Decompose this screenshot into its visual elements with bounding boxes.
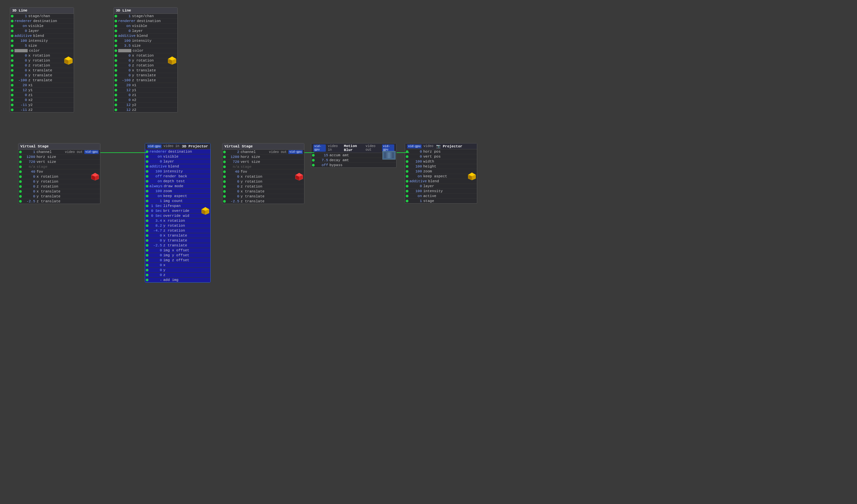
motion-blur-thumb [383,151,396,159]
row-x2-2: 0x2 [114,98,178,103]
row-xtrans-3dp: 0x translate [145,233,210,238]
row-keepaspect-3dp: onkeep aspect [145,194,210,199]
row-depthtest-3dp: ondepth test [145,179,210,184]
row-y-3dp: 0y [145,268,210,273]
row-xtrans-2: 0x translate [114,68,178,73]
row-y2-2: 12y2 [114,103,178,108]
row-xtrans-vs2: 0x translate [222,189,304,194]
row-layer-3dp: 0layer [145,159,210,164]
row-intensity-proj: 100intensity [405,189,477,194]
row-overridewid-3dp: 0 Secoverride wid [145,213,210,219]
row-brtoverride-3dp: 0 Secbrt override [145,209,210,213]
row-xtrans-vs1: 0x translate [18,189,100,194]
row-bypass-mb: offbypass [311,163,396,168]
row-xrot-vs2: 0x rotation [222,174,304,179]
row-layer-2: 0layer [114,29,178,34]
connection-vs1-3dp [100,152,147,153]
row-addimg-3dp: -add img [145,278,210,282]
row-ztrans-3dp: -2.5z translate [145,243,210,248]
row-height-proj: 100height [405,164,477,169]
node-3dline-2: 3D Line 1stage/chan rendererdestination … [114,7,178,112]
row-lifespan-3dp: 1 Seclifespan [145,204,210,209]
cube-icon-vs1 [91,172,99,181]
node-title-3dline-1: 3D Line [10,7,74,14]
row-xrot-3dp: 3.4x rotation [145,219,210,223]
row-zrot-vs2: 0z rotation [222,184,304,189]
node-title-vs1: Virtual Stage [18,143,100,150]
node-3dline-1: 3D Line 1stage/chan rendererdestination … [10,7,74,112]
row-xtrans: 0x translate [10,68,74,73]
node-virtual-stage-2: Virtual Stage 2channel video out vid-gpu… [222,143,304,204]
row-horz-vs1: 1280horz size [18,155,100,159]
node-title-proj: 📷 Projector [436,144,463,149]
row-stage-vs2: n/astage [222,164,304,170]
row-visible-3dp: onvisible [145,154,210,159]
vid-gpu-in-badge-mb: vid-gpu [313,144,326,152]
vid-gpu-out-badge-mb: vid-gpu [382,144,394,152]
node-header-3dp: vid-gpu video in 3D Projector [145,143,210,149]
row-imgyoff-3dp: 0img y offset [145,253,210,258]
row-intensity: 100intensity [10,38,74,44]
row-active-proj: onactive [405,194,477,199]
cube-icon-vs2 [295,172,303,181]
row-blend-3dp: additiveblend [145,164,210,169]
row-ytrans-3dp: 0y translate [145,238,210,243]
row-y2: -11y2 [10,103,74,108]
row-stage-proj: 1stage [405,199,477,203]
vid-gpu-badge-vs2: vid-gpu [288,150,303,154]
row-yrot-vs1: 0y rotation [18,179,100,184]
row-yrot-2: 0y rotation [114,58,178,63]
row-stage-chan-2: 1stage/chan [114,14,178,19]
row-color-2: color [114,48,178,53]
node-body-proj: 0horz pos 0vert pos 100width 100height 1… [405,149,477,203]
row-z2-2: 12z2 [114,108,178,112]
row-ytrans-vs2: 0y translate [222,194,304,199]
node-virtual-stage-1: Virtual Stage 1channel video out vid-gpu… [18,143,100,204]
row-intensity-3dp: 100intensity [145,169,210,174]
node-body-3dline-1: 1stage/chan rendererdestination onvisibl… [10,14,74,112]
video-in-label-mb: video in [328,144,341,152]
video-in-label-3dp: video in [164,144,179,148]
row-stage-chan: 1stage/chan [10,14,74,19]
row-stage-vs1: n/astage [18,164,100,170]
video-in-label-proj: video [423,144,434,148]
vid-gpu-in-badge-3dp: vid-gpu [147,144,162,149]
node-body-vs2: 2channel video out vid-gpu 1280horz size… [222,150,304,204]
node-title-vs2: Virtual Stage [222,143,304,150]
row-layer: 0layer [10,29,74,34]
row-z2: -11z2 [10,108,74,112]
node-title-3dp: 3D Projector [182,144,208,149]
row-y1: 12y1 [10,88,74,93]
row-ytrans-vs1: 0y translate [18,194,100,199]
row-z1-2: 0z1 [114,93,178,98]
node-3dprojector: vid-gpu video in 3D Projector rendererde… [145,143,211,283]
node-motion-blur: vid-gpu video in Motion Blur video out v… [311,143,397,168]
row-horz-vs2: 1280horz size [222,155,304,159]
row-x-3dp: 0x [145,263,210,268]
row-yrot-vs2: 0y rotation [222,179,304,184]
node-body-3dline-2: 1stage/chan rendererdestination onvisibl… [114,14,178,112]
row-width-proj: 100width [405,159,477,164]
row-dest-3dp: rendererdestination [145,149,210,154]
row-yrot: 0y rotation [10,58,74,63]
row-drawmode-3dp: alwaysdraw mode [145,184,210,189]
row-horzpos-proj: 0horz pos [405,149,477,154]
row-x1: 20x1 [10,83,74,88]
vid-gpu-badge-vs1: vid-gpu [84,150,99,154]
node-title-3dline-2: 3D Line [114,7,178,14]
cube-icon-3dp [201,207,209,215]
row-fov-vs1: 40fov [18,170,100,174]
row-blend: additiveblend [10,34,74,38]
row-intensity-2: 100intensity [114,38,178,44]
row-renderback-3dp: offrender back [145,174,210,179]
row-x1-2: 20x1 [114,83,178,88]
row-zrot-vs1: 0z rotation [18,184,100,189]
connection-mb-proj [397,152,409,153]
connection-vs2-mb [304,152,314,153]
row-size: 5size [10,44,74,48]
row-imgcount-3dp: 1img count [145,199,210,204]
row-ytrans: 0y translate [10,73,74,78]
row-zrot-3dp: -4.7z rotation [145,228,210,233]
cube-icon-1 [64,56,73,65]
row-color: color [10,48,74,53]
